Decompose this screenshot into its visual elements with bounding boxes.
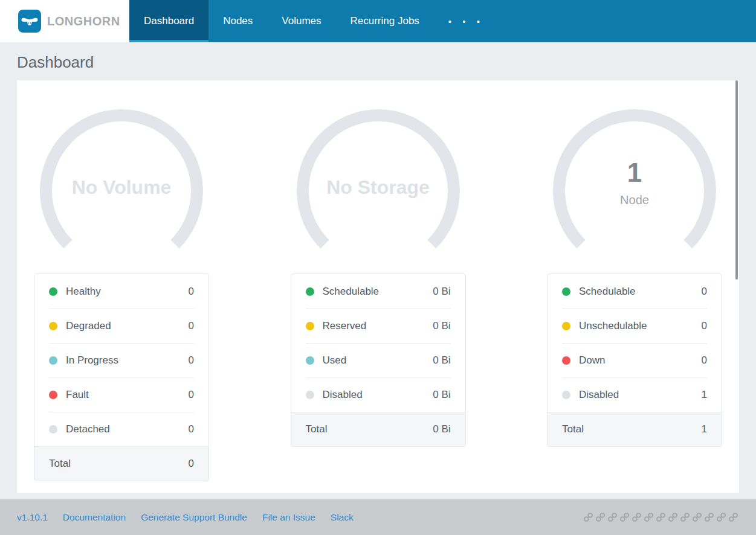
status-dot — [306, 287, 314, 296]
node-legend-card: Schedulable 0 Unschedulable 0 Down 0 Dis… — [547, 274, 722, 447]
status-dot — [562, 391, 570, 399]
node-column: 1 Node Schedulable 0 Unschedulable 0 Do — [530, 80, 739, 493]
link-icon — [728, 511, 739, 523]
page-title: Dashboard — [17, 53, 739, 72]
link-icon — [595, 511, 606, 523]
generate-support-bundle-link[interactable]: Generate Support Bundle — [141, 512, 247, 523]
brand-name: LONGHORN — [47, 14, 120, 28]
status-dot — [49, 287, 57, 296]
footer-link-icons — [583, 511, 739, 523]
link-icon — [655, 511, 667, 523]
vertical-scrollbar[interactable] — [735, 80, 738, 280]
status-dot — [562, 356, 570, 365]
slack-link[interactable]: Slack — [331, 512, 354, 523]
storage-column: No Storage Schedulable 0 Bi Reserved 0 B… — [274, 80, 531, 493]
link-icon — [619, 511, 630, 523]
version-link[interactable]: v1.10.1 — [17, 512, 48, 523]
legend-row-in-progress: In Progress 0 — [34, 343, 208, 377]
legend-row-healthy: Healthy 0 — [34, 274, 208, 309]
link-icon — [679, 511, 691, 523]
status-dot — [306, 391, 314, 399]
legend-row-schedulable: Schedulable 0 — [548, 274, 722, 309]
storage-legend-card: Schedulable 0 Bi Reserved 0 Bi Used 0 Bi… — [291, 274, 466, 447]
nav-overflow-menu[interactable]: • • • — [434, 0, 496, 42]
link-icon — [716, 511, 727, 523]
legend-row-used: Used 0 Bi — [291, 343, 465, 377]
legend-total-row: Total 1 — [548, 412, 722, 446]
main-content: Dashboard No Volume Healthy 0 — [0, 42, 756, 493]
legend-row-unschedulable: Unschedulable 0 — [548, 309, 722, 343]
file-an-issue-link[interactable]: File an Issue — [262, 512, 315, 523]
legend-row-detached: Detached 0 — [34, 412, 208, 446]
legend-row-fault: Fault 0 — [34, 377, 208, 412]
legend-row-schedulable: Schedulable 0 Bi — [291, 274, 465, 309]
link-icon — [631, 511, 642, 523]
legend-row-down: Down 0 — [548, 343, 722, 377]
longhorn-logo-icon — [18, 10, 41, 33]
link-icon — [643, 511, 654, 523]
footer: v1.10.1 Documentation Generate Support B… — [0, 499, 756, 535]
node-count-label: Node — [620, 193, 649, 207]
status-dot — [306, 322, 314, 330]
documentation-link[interactable]: Documentation — [63, 512, 126, 523]
volume-gauge: No Volume — [34, 109, 209, 254]
storage-gauge-text: No Storage — [326, 176, 430, 199]
top-nav: LONGHORN Dashboard Nodes Volumes Recurri… — [0, 0, 756, 42]
status-dot — [306, 356, 314, 365]
link-icon — [607, 511, 618, 523]
status-dot — [49, 425, 57, 434]
volume-column: No Volume Healthy 0 Degraded 0 In Progre… — [17, 80, 274, 493]
status-dot — [562, 287, 570, 296]
legend-total-row: Total 0 Bi — [291, 412, 465, 446]
status-dot — [562, 322, 570, 330]
node-count: 1 — [627, 159, 642, 187]
brand[interactable]: LONGHORN — [0, 0, 129, 42]
legend-row-disabled: Disabled 1 — [548, 377, 722, 412]
legend-row-reserved: Reserved 0 Bi — [291, 309, 465, 343]
status-dot — [49, 391, 57, 399]
storage-gauge: No Storage — [291, 109, 466, 254]
legend-row-degraded: Degraded 0 — [34, 309, 208, 343]
volume-gauge-text: No Volume — [72, 176, 172, 199]
nav-tab-recurring-jobs[interactable]: Recurring Jobs — [336, 0, 434, 42]
dashboard-panel: No Volume Healthy 0 Degraded 0 In Progre… — [17, 80, 739, 493]
nav-tab-dashboard[interactable]: Dashboard — [129, 0, 208, 42]
status-dot — [49, 356, 57, 365]
link-icon — [667, 511, 679, 523]
volume-legend-card: Healthy 0 Degraded 0 In Progress 0 Fault… — [34, 274, 209, 481]
legend-total-row: Total 0 — [34, 446, 208, 481]
legend-row-disabled: Disabled 0 Bi — [291, 377, 465, 412]
link-icon — [583, 511, 594, 523]
link-icon — [703, 511, 715, 523]
link-icon — [691, 511, 703, 523]
nav-tab-volumes[interactable]: Volumes — [267, 0, 335, 42]
nav-tabs: Dashboard Nodes Volumes Recurring Jobs •… — [129, 0, 496, 42]
node-gauge: 1 Node — [547, 109, 722, 254]
status-dot — [49, 322, 57, 330]
nav-tab-nodes[interactable]: Nodes — [208, 0, 267, 42]
